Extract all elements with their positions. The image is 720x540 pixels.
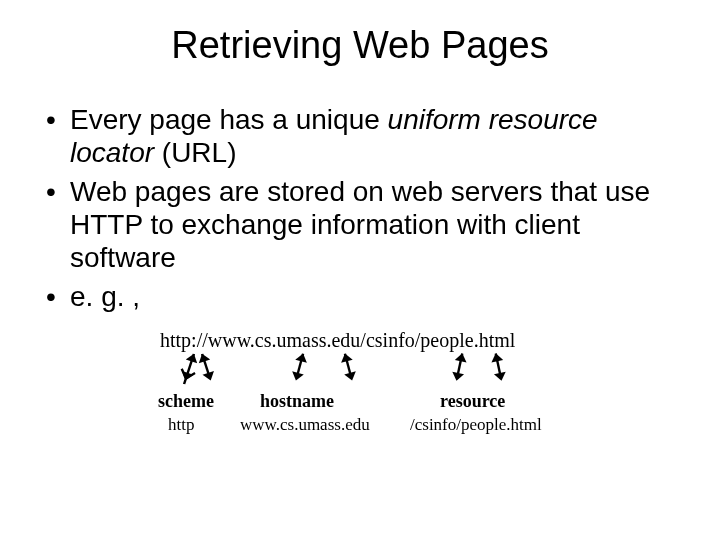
bullet-2: Web pages are stored on web servers that… [70,175,680,280]
bullet-1: Every page has a unique uniform resource… [70,103,680,175]
url-text: http://www.cs.umass.edu/csinfo/people.ht… [160,329,515,352]
bullet-3: e. g. , [70,280,680,319]
bullet-1-post: (URL) [154,137,236,168]
arrow-icon [193,351,220,387]
arrow-icon [336,351,362,387]
value-scheme: http [168,415,194,435]
label-scheme: scheme [158,391,214,412]
arrow-icon [487,352,511,387]
slide-title: Retrieving Web Pages [0,0,720,77]
bullet-list: Every page has a unique uniform resource… [40,103,680,319]
bullet-1-pre: Every page has a unique [70,104,388,135]
label-resource: resource [440,391,505,412]
label-hostname: hostname [260,391,334,412]
url-diagram: http://www.cs.umass.edu/csinfo/people.ht… [110,329,610,449]
slide-body: Every page has a unique uniform resource… [0,77,720,449]
slide: Retrieving Web Pages Every page has a un… [0,0,720,540]
arrow-icon [447,352,471,387]
arrow-icon [286,351,312,387]
value-hostname: www.cs.umass.edu [240,415,370,435]
value-resource: /csinfo/people.html [410,415,542,435]
